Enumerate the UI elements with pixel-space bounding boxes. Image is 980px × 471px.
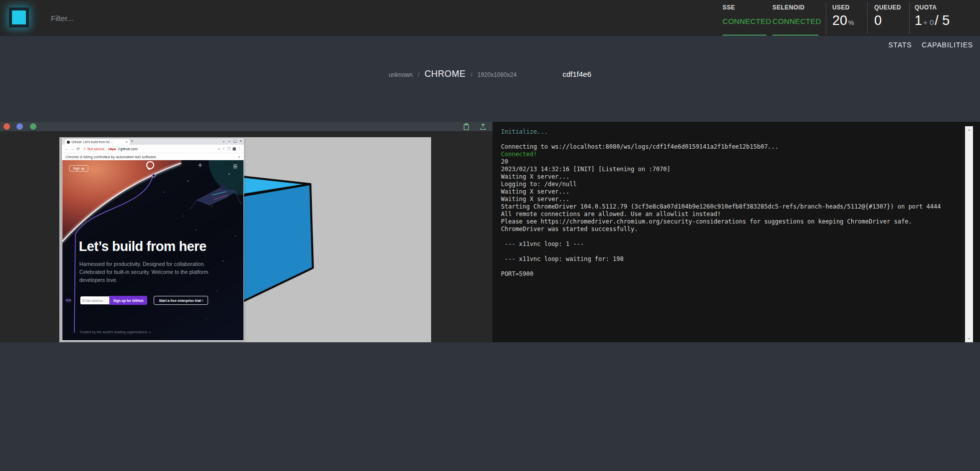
session-id: cdf1f4e6: [562, 70, 591, 78]
bookmark-star-icon[interactable]: ☆: [222, 147, 225, 151]
tab-title: GitHub: Let’s build from he…: [71, 140, 124, 144]
github-subheading: Harnessed for productivity. Designed for…: [79, 260, 228, 284]
filter-input[interactable]: [50, 9, 261, 27]
log-output: Initialize... Connecting to ws://localho…: [492, 122, 980, 284]
indicator-used: USED 20%: [832, 0, 854, 36]
log-line: [501, 233, 972, 240]
not-secure-label: Not secure: [88, 147, 105, 151]
log-line: PORT=5900: [501, 270, 972, 278]
selenoid-label: SELENOID: [772, 0, 821, 11]
remote-browser-window[interactable]: GitHub: Let’s build from he… × + ⌄ – ▢ ×…: [62, 138, 244, 341]
vnc-toolbar: [0, 122, 492, 131]
log-line: 2023/02/13 14:32:16 [INIT] [Listening on…: [501, 166, 972, 173]
window-minimize-icon[interactable]: –: [228, 139, 230, 143]
session-resolution: 1920x1080x24: [478, 71, 517, 78]
window-close-icon[interactable]: ×: [240, 139, 242, 143]
indicator-sse: SSE CONNECTED: [723, 0, 771, 36]
url-scheme: https: [108, 147, 116, 151]
github-signup-button[interactable]: Sign up: [69, 165, 88, 172]
enterprise-trial-button[interactable]: Start a free enterprise trial ›: [154, 296, 208, 305]
indicator-quota: QUOTA 1+ 0/ 5: [915, 0, 950, 36]
scroll-up-icon[interactable]: ▲: [965, 128, 973, 131]
email-field[interactable]: [80, 296, 109, 304]
indicator-selenoid: SELENOID CONNECTED: [772, 0, 821, 36]
log-line: --- x11vnc loop: waiting for: 198: [501, 255, 972, 263]
toolbar-actions: < ☆ ▢ ⋮: [218, 147, 242, 151]
log-line: Starting ChromeDriver 104.0.5112.79 (3cf…: [501, 203, 972, 211]
indicator-queued: QUEUED 0: [874, 0, 901, 36]
traffic-light-red-button[interactable]: [3, 123, 10, 130]
quota-label: QUOTA: [915, 0, 950, 11]
github-cta-row: Sign up for GitHub Start a free enterpri…: [80, 296, 208, 305]
log-line: 20: [501, 158, 972, 166]
log-line: Waiting X server...: [501, 173, 972, 181]
selenoid-status: CONNECTED: [772, 17, 821, 25]
traffic-light-blue-button[interactable]: [16, 123, 23, 130]
log-line: Waiting X server...: [501, 196, 972, 203]
sse-status-underline: [723, 34, 766, 36]
session-log-panel: Initialize... Connecting to ws://localho…: [492, 122, 980, 342]
sse-status: CONNECTED: [723, 17, 771, 25]
copy-icon[interactable]: [463, 123, 470, 132]
back-icon[interactable]: ←: [64, 147, 68, 151]
log-line: Connected!: [501, 151, 972, 158]
share-icon[interactable]: <: [218, 147, 220, 151]
scroll-down-icon[interactable]: ▼: [965, 337, 973, 340]
log-line: --- x11vnc loop: 1 ---: [501, 240, 972, 248]
reload-icon[interactable]: ⟳: [76, 147, 80, 151]
forward-icon[interactable]: →: [70, 147, 74, 151]
used-value: 20: [832, 13, 847, 28]
divider: [826, 2, 826, 33]
sse-label: SSE: [723, 0, 771, 11]
log-line: Logging to: /dev/null: [501, 181, 972, 188]
not-secure-warning-icon: ⚠: [83, 147, 86, 151]
queued-label: QUEUED: [874, 0, 901, 11]
extensions-icon[interactable]: ▢: [227, 147, 231, 151]
window-menu-icon[interactable]: ⌄: [222, 139, 225, 143]
divider: [867, 2, 868, 33]
infobar-close-icon[interactable]: ×: [238, 155, 241, 159]
divider: |: [106, 147, 107, 151]
tab-close-icon[interactable]: ×: [126, 140, 128, 144]
log-line: Connecting to ws://localhost:8080/ws/log…: [501, 143, 972, 151]
automation-notice: Chrome is being controlled by automated …: [65, 155, 157, 159]
log-line: Initialize...: [501, 128, 972, 136]
session-header[interactable]: unknown / CHROME / 1920x1080x24 cdf1f4e6: [0, 69, 980, 79]
top-bar: SSE CONNECTED SELENOID CONNECTED USED 20…: [0, 0, 980, 36]
log-line: [501, 248, 972, 255]
hamburger-icon[interactable]: ☰: [233, 164, 238, 169]
github-heading: Let’s build from here: [79, 239, 207, 254]
address-bar[interactable]: ⚠ Not secure | https ://github.com: [82, 147, 216, 151]
browser-tab[interactable]: GitHub: Let’s build from he… ×: [65, 139, 130, 145]
session-user: unknown: [389, 71, 413, 78]
separator: /: [471, 71, 473, 78]
upload-icon[interactable]: [480, 123, 487, 132]
divider: [909, 2, 910, 33]
browser-tab-strip: GitHub: Let’s build from he… × + ⌄ – ▢ ×: [62, 138, 244, 145]
vnc-screen[interactable]: GitHub: Let’s build from he… × + ⌄ – ▢ ×…: [59, 137, 431, 342]
avatar[interactable]: [233, 147, 236, 151]
nav-tabs: STATS CAPABILITIES: [888, 36, 973, 54]
tab-stats[interactable]: STATS: [888, 41, 912, 49]
app-logo-icon[interactable]: [9, 7, 29, 27]
log-line: Waiting X server...: [501, 188, 972, 196]
new-tab-button[interactable]: +: [131, 139, 133, 144]
quota-used: 1: [915, 13, 922, 28]
selenoid-status-underline: [772, 34, 818, 36]
vnc-panel: GitHub: Let’s build from he… × + ⌄ – ▢ ×…: [0, 122, 492, 342]
github-favicon-icon: [67, 141, 70, 144]
url-text: ://github.com: [117, 147, 137, 151]
traffic-light-green-button[interactable]: [30, 123, 36, 130]
log-scrollbar[interactable]: ▲ ▼: [965, 126, 973, 342]
used-unit: %: [848, 19, 854, 26]
kebab-menu-icon[interactable]: ⋮: [238, 147, 242, 151]
log-line: [501, 263, 972, 270]
trusted-line: Trusted by the world’s leading organizat…: [79, 330, 151, 334]
log-line: Please see https://chromedriver.chromium…: [501, 218, 972, 226]
tab-capabilities[interactable]: CAPABILITIES: [922, 41, 973, 49]
queued-value: 0: [874, 13, 901, 28]
automation-infobar: Chrome is being controlled by automated …: [62, 153, 244, 161]
signup-for-github-button[interactable]: Sign up for GitHub: [109, 296, 147, 305]
window-maximize-icon[interactable]: ▢: [234, 139, 237, 143]
used-label: USED: [832, 0, 854, 11]
